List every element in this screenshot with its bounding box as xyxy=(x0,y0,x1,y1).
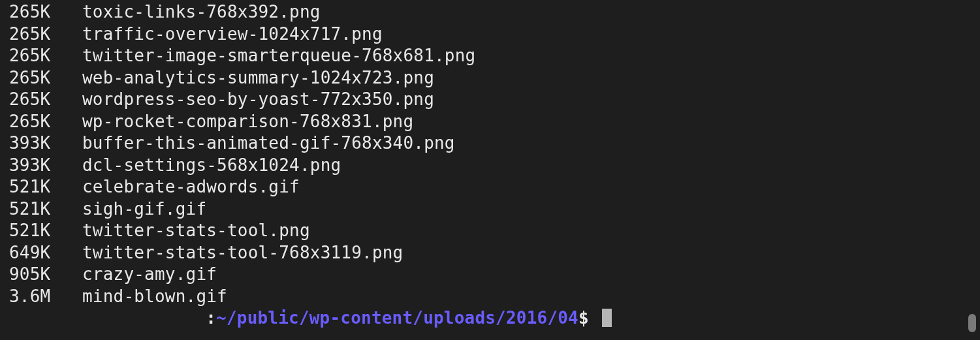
file-row: 649Ktwitter-stats-tool-768x3119.png xyxy=(9,242,980,264)
file-size: 265K xyxy=(9,45,82,67)
file-size: 265K xyxy=(9,1,82,23)
file-name: twitter-stats-tool-768x3119.png xyxy=(82,242,403,264)
prompt-separator: : xyxy=(206,308,216,328)
file-row: 265Ktraffic-overview-1024x717.png xyxy=(9,23,980,46)
file-row: 521Ktwitter-stats-tool.png xyxy=(9,220,980,242)
file-size: 265K xyxy=(9,89,82,111)
file-row: 265Kwp-rocket-comparison-768x831.png xyxy=(9,111,980,133)
prompt-path: ~/public/wp-content/uploads/2016/04 xyxy=(216,308,578,328)
file-name: celebrate-adwords.gif xyxy=(82,176,300,198)
scrollbar-track[interactable] xyxy=(968,0,977,340)
file-name: mind-blown.gif xyxy=(82,286,227,308)
file-size: 393K xyxy=(9,155,82,177)
file-name: traffic-overview-1024x717.png xyxy=(82,23,383,46)
file-name: wp-rocket-comparison-768x831.png xyxy=(82,111,413,133)
prompt-dollar: $ xyxy=(578,308,599,328)
file-row: 3.6Mmind-blown.gif xyxy=(9,286,980,308)
file-name: twitter-image-smarterqueue-768x681.png xyxy=(82,45,475,67)
file-size: 521K xyxy=(9,198,82,221)
file-size: 521K xyxy=(9,220,82,242)
file-row: 393Kdcl-settings-568x1024.png xyxy=(9,155,980,177)
file-row: 521Ksigh-gif.gif xyxy=(9,198,980,221)
terminal-window[interactable]: 265Ktoxic-links-768x392.png265Ktraffic-o… xyxy=(0,0,980,340)
file-name: dcl-settings-568x1024.png xyxy=(82,155,341,177)
file-size: 265K xyxy=(9,23,82,46)
file-name: sigh-gif.gif xyxy=(82,198,206,221)
file-name: buffer-this-animated-gif-768x340.png xyxy=(82,132,455,155)
file-row: 265Ktwitter-image-smarterqueue-768x681.p… xyxy=(9,45,980,67)
file-name: wordpress-seo-by-yoast-772x350.png xyxy=(82,89,434,111)
file-row: 265Ktoxic-links-768x392.png xyxy=(9,1,980,23)
file-size: 905K xyxy=(9,264,82,286)
file-name: crazy-amy.gif xyxy=(82,264,217,286)
scrollbar-thumb[interactable] xyxy=(968,314,976,332)
file-size: 265K xyxy=(9,67,82,89)
file-row: 265Kweb-analytics-summary-1024x723.png xyxy=(9,67,980,89)
file-listing: 265Ktoxic-links-768x392.png265Ktraffic-o… xyxy=(9,1,980,307)
file-name: toxic-links-768x392.png xyxy=(82,1,321,23)
file-row: 905Kcrazy-amy.gif xyxy=(9,264,980,286)
file-name: twitter-stats-tool.png xyxy=(82,220,310,242)
prompt-line[interactable]: :~/public/wp-content/uploads/2016/04$ xyxy=(9,307,980,330)
file-size: 265K xyxy=(9,111,82,133)
file-size: 3.6M xyxy=(9,286,82,308)
file-size: 521K xyxy=(9,176,82,198)
prompt-indent xyxy=(9,307,206,330)
file-row: 265Kwordpress-seo-by-yoast-772x350.png xyxy=(9,89,980,111)
file-row: 521Kcelebrate-adwords.gif xyxy=(9,176,980,198)
file-name: web-analytics-summary-1024x723.png xyxy=(82,67,434,89)
cursor xyxy=(602,309,612,327)
file-size: 393K xyxy=(9,132,82,155)
file-size: 649K xyxy=(9,242,82,264)
file-row: 393Kbuffer-this-animated-gif-768x340.png xyxy=(9,132,980,155)
